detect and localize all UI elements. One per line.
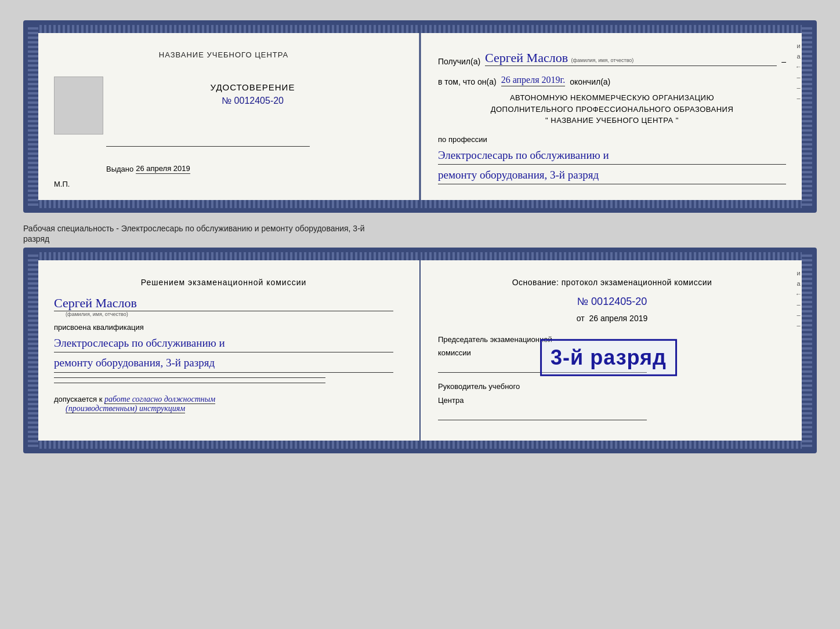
cert1-right-page: Получил(а) Сергей Маслов (фамилия, имя, … (421, 25, 812, 208)
name2-handwritten: Сергей Маслов (54, 296, 393, 311)
stamp: 3-й разряд (540, 339, 677, 376)
name2-block: Сергей Маслов (фамилия, имя, отчество) (54, 296, 393, 317)
specialty-text2: разряд (23, 234, 49, 243)
mp-label: М.П. (54, 180, 393, 188)
vtom-line: в том, что он(а) 26 апреля 2019г. окончи… (438, 75, 786, 86)
stamp-text: 3-й разряд (551, 346, 667, 370)
udostoverenie-title: УДОСТОВЕРЕНИЕ (112, 82, 393, 92)
dopuskaetsya-block: допускается к работе согласно должностны… (54, 395, 393, 413)
qualification-line2: ремонту оборудования, 3-й разряд (54, 354, 393, 372)
protocol-number: № 0012405-20 (438, 296, 786, 308)
right-deco: и a ← – – – (795, 42, 802, 101)
cert1-right-content: Получил(а) Сергей Маслов (фамилия, имя, … (438, 37, 786, 194)
right-border-pattern-2 (802, 252, 812, 449)
vydano-block: Выдано 26 апреля 2019 (106, 164, 393, 174)
certificate-2: Решением экзаменационной комиссии Сергей… (23, 248, 817, 453)
resheniem-title: Решением экзаменационной комиссии (54, 272, 393, 287)
prisvoena-text: присвоена квалификация (54, 323, 393, 332)
dopuskaetsya-value2: (производственным) инструкциям (66, 404, 185, 413)
specialty-text: Рабочая специальность - Электрослесарь п… (23, 224, 365, 233)
ot-label: от (577, 314, 585, 323)
centra-label: Центра (438, 395, 786, 406)
recipient-name: Сергей Маслов (фамилия, имя, отчество) (485, 50, 777, 66)
photo-placeholder (54, 77, 103, 134)
udostoverenie-number: № 0012405-20 (112, 96, 393, 106)
rukovoditel-sig-line (438, 409, 647, 420)
vtom-label: в том, что он(а) (438, 77, 497, 86)
right-border-pattern (802, 25, 812, 208)
org-name-left: НАЗВАНИЕ УЧЕБНОГО ЦЕНТРА (54, 45, 393, 59)
vydano-label: Выдано (106, 165, 133, 173)
udostoverenie-block: УДОСТОВЕРЕНИЕ № 0012405-20 (112, 77, 393, 118)
rukovoditel-block: Руководитель учебного Центра (438, 381, 786, 420)
cert2-right-content: Основание: протокол экзаменационной коми… (438, 264, 786, 437)
qualification-line1: Электрослесарь по обслуживанию и (54, 335, 393, 352)
cert1-left-content: НАЗВАНИЕ УЧЕБНОГО ЦЕНТРА УДОСТОВЕРЕНИЕ №… (54, 37, 393, 197)
fio-subtitle2: (фамилия, имя, отчество) (66, 311, 393, 317)
cert1-left-page: НАЗВАНИЕ УЧЕБНОГО ЦЕНТРА УДОСТОВЕРЕНИЕ №… (28, 25, 421, 208)
right-deco-2: и a ← – – – (795, 270, 802, 329)
certificate-1: НАЗВАНИЕ УЧЕБНОГО ЦЕНТРА УДОСТОВЕРЕНИЕ №… (23, 20, 817, 213)
profession-line2: ремонту оборудования, 3-й разряд (438, 166, 786, 184)
ot-date: 26 апреля 2019 (589, 314, 648, 323)
cert2-right-page: Основание: протокол экзаменационной коми… (421, 252, 812, 449)
vydano-date: 26 апреля 2019 (136, 164, 190, 174)
dopuskaetsya-label: допускается к (54, 395, 102, 403)
left-border-pattern-2 (28, 252, 38, 449)
rukovoditel-label: Руководитель учебного (438, 381, 786, 392)
profession-line1: Электрослесарь по обслуживанию и (438, 147, 786, 165)
dash1: – (781, 57, 786, 66)
poluchil-label: Получил(а) (438, 57, 480, 66)
okonchil-label: окончил(а) (570, 77, 610, 86)
cert2-left-page: Решением экзаменационной комиссии Сергей… (28, 252, 421, 449)
ot-date-block: от 26 апреля 2019 (438, 314, 786, 323)
poluchil-line: Получил(а) Сергей Маслов (фамилия, имя, … (438, 45, 786, 66)
dopuskaetsya-value: работе согласно должностным (104, 395, 215, 404)
vtom-date: 26 апреля 2019г. (501, 75, 566, 86)
left-border-pattern (28, 25, 38, 208)
cert2-left-content: Решением экзаменационной комиссии Сергей… (54, 264, 393, 421)
osnovanie-title: Основание: протокол экзаменационной коми… (438, 272, 786, 287)
po-professii-label: по профессии (438, 135, 786, 144)
fio-subtitle: (фамилия, имя, отчество) (571, 57, 634, 63)
specialty-text-block: Рабочая специальность - Электрослесарь п… (23, 219, 817, 248)
page-container: НАЗВАНИЕ УЧЕБНОГО ЦЕНТРА УДОСТОВЕРЕНИЕ №… (12, 12, 828, 462)
org-full-name: АВТОНОМНУЮ НЕКОММЕРЧЕСКУЮ ОРГАНИЗАЦИЮ ДО… (438, 92, 786, 126)
